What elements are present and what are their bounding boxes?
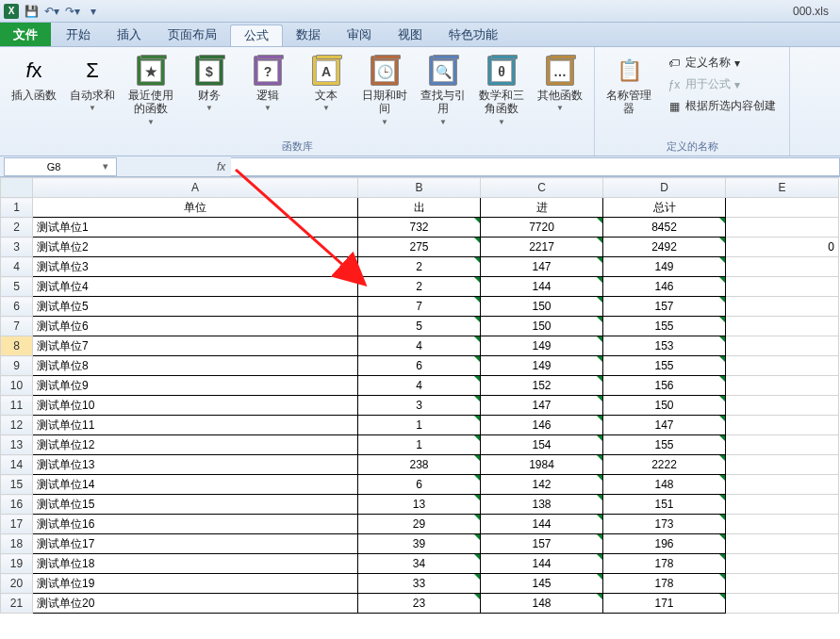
cell[interactable]: 150 xyxy=(481,317,603,336)
cell[interactable]: 173 xyxy=(603,515,726,534)
cell[interactable]: 3 xyxy=(358,396,481,416)
cell[interactable]: 144 xyxy=(481,515,603,534)
tab-formulas[interactable]: 公式 xyxy=(230,25,283,46)
cell[interactable] xyxy=(726,376,839,396)
logical-button[interactable]: ? 逻辑 ▼ xyxy=(239,51,296,116)
cell[interactable]: 171 xyxy=(603,594,726,614)
spreadsheet-grid[interactable]: ABCDE1单位出进总计2测试单位1732772084523测试单位227522… xyxy=(0,177,840,614)
cell[interactable]: 出 xyxy=(358,198,481,218)
cell[interactable]: 155 xyxy=(603,356,726,376)
cell[interactable] xyxy=(726,554,839,574)
row-header-19[interactable]: 19 xyxy=(1,554,33,574)
row-header-18[interactable]: 18 xyxy=(1,534,33,554)
cell[interactable]: 测试单位14 xyxy=(33,475,358,495)
cell[interactable]: 1 xyxy=(358,416,481,435)
row-header-13[interactable]: 13 xyxy=(1,435,33,455)
cell[interactable]: 测试单位18 xyxy=(33,554,358,574)
cell[interactable]: 测试单位9 xyxy=(33,376,358,396)
cell[interactable]: 1 xyxy=(358,435,481,455)
tab-extras[interactable]: 特色功能 xyxy=(436,23,511,46)
cell[interactable]: 144 xyxy=(481,277,603,297)
cell[interactable]: 39 xyxy=(358,534,481,554)
cell[interactable]: 142 xyxy=(481,475,603,495)
cell[interactable]: 238 xyxy=(358,455,481,475)
row-header-5[interactable]: 5 xyxy=(1,277,33,297)
row-header-14[interactable]: 14 xyxy=(1,455,33,475)
financial-button[interactable]: $ 财务 ▼ xyxy=(181,51,238,116)
datetime-button[interactable]: 🕒 日期和时间 ▼ xyxy=(356,51,413,130)
cell[interactable] xyxy=(726,317,839,336)
tab-view[interactable]: 视图 xyxy=(385,23,436,46)
row-header-20[interactable]: 20 xyxy=(1,574,33,594)
autosum-button[interactable]: Σ 自动求和 ▼ xyxy=(64,51,121,116)
define-name-button[interactable]: 🏷定义名称 ▾ xyxy=(663,53,780,73)
row-header-11[interactable]: 11 xyxy=(1,396,33,416)
cell[interactable]: 29 xyxy=(358,515,481,534)
cell[interactable]: 6 xyxy=(358,475,481,495)
cell[interactable]: 155 xyxy=(603,317,726,336)
cell[interactable]: 178 xyxy=(603,554,726,574)
cell[interactable]: 275 xyxy=(358,238,481,257)
row-header-17[interactable]: 17 xyxy=(1,515,33,534)
cell[interactable]: 测试单位13 xyxy=(33,455,358,475)
cell[interactable] xyxy=(726,534,839,554)
cell[interactable]: 8452 xyxy=(603,218,726,238)
row-header-8[interactable]: 8 xyxy=(1,336,33,356)
cell[interactable]: 总计 xyxy=(603,198,726,218)
cell[interactable]: 155 xyxy=(603,435,726,455)
row-header-12[interactable]: 12 xyxy=(1,416,33,435)
cell[interactable]: 测试单位7 xyxy=(33,336,358,356)
row-header-21[interactable]: 21 xyxy=(1,594,33,614)
cell[interactable]: 147 xyxy=(481,396,603,416)
cell[interactable] xyxy=(726,356,839,376)
cell[interactable]: 单位 xyxy=(33,198,358,218)
cell[interactable]: 147 xyxy=(603,416,726,435)
recent-functions-button[interactable]: ★ 最近使用的函数 ▼ xyxy=(123,51,179,130)
row-header-2[interactable]: 2 xyxy=(1,218,33,238)
select-all-corner[interactable] xyxy=(1,178,33,198)
cell[interactable]: 23 xyxy=(358,594,481,614)
name-manager-button[interactable]: 📋 名称管理器 xyxy=(601,51,657,120)
cell[interactable]: 152 xyxy=(481,376,603,396)
cell[interactable]: 148 xyxy=(481,594,603,614)
cell[interactable]: 5 xyxy=(358,317,481,336)
cell[interactable] xyxy=(726,475,839,495)
cell[interactable]: 146 xyxy=(481,416,603,435)
cell[interactable]: 测试单位20 xyxy=(33,594,358,614)
cell[interactable]: 测试单位1 xyxy=(33,218,358,238)
row-header-10[interactable]: 10 xyxy=(1,376,33,396)
cell[interactable]: 178 xyxy=(603,574,726,594)
cell[interactable]: 测试单位15 xyxy=(33,495,358,515)
cell[interactable]: 2 xyxy=(358,257,481,277)
cell[interactable]: 测试单位10 xyxy=(33,396,358,416)
tab-file[interactable]: 文件 xyxy=(0,23,51,46)
cell[interactable] xyxy=(726,198,839,218)
cell[interactable]: 149 xyxy=(481,336,603,356)
cell[interactable]: 13 xyxy=(358,495,481,515)
redo-icon[interactable]: ↷▾ xyxy=(64,3,81,20)
cell[interactable]: 测试单位6 xyxy=(33,317,358,336)
cell[interactable]: 测试单位16 xyxy=(33,515,358,534)
cell[interactable]: 测试单位5 xyxy=(33,297,358,317)
cell[interactable] xyxy=(726,574,839,594)
cell[interactable]: 157 xyxy=(603,297,726,317)
col-header-E[interactable]: E xyxy=(726,178,839,198)
cell[interactable]: 0 xyxy=(726,238,839,257)
name-box[interactable]: G8 ▾ xyxy=(4,157,117,176)
col-header-D[interactable]: D xyxy=(603,178,726,198)
row-header-16[interactable]: 16 xyxy=(1,495,33,515)
formula-input[interactable] xyxy=(231,157,840,176)
cell[interactable]: 144 xyxy=(481,554,603,574)
lookup-button[interactable]: 🔍 查找与引用 ▼ xyxy=(415,51,471,130)
cell[interactable]: 测试单位17 xyxy=(33,534,358,554)
cell[interactable]: 138 xyxy=(481,495,603,515)
cell[interactable]: 149 xyxy=(603,257,726,277)
cell[interactable]: 2222 xyxy=(603,455,726,475)
row-header-1[interactable]: 1 xyxy=(1,198,33,218)
cell[interactable]: 149 xyxy=(481,356,603,376)
cell[interactable]: 测试单位19 xyxy=(33,574,358,594)
cell[interactable] xyxy=(726,218,839,238)
cell[interactable]: 732 xyxy=(358,218,481,238)
text-button[interactable]: A 文本 ▼ xyxy=(298,51,354,116)
cell[interactable]: 33 xyxy=(358,574,481,594)
